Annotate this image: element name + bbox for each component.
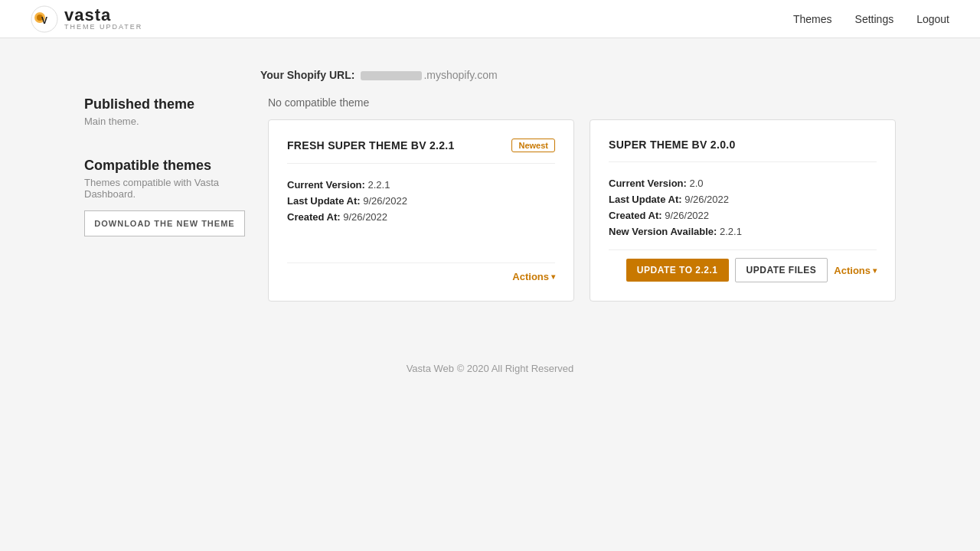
theme-card-fresh-header: FRESH SUPER THEME BV 2.2.1 Newest xyxy=(287,139,555,164)
detail-super-last-update: Last Update At: 9/26/2022 xyxy=(609,194,877,205)
update-files-button[interactable]: UPDATE FILES xyxy=(735,258,828,282)
nav-logout[interactable]: Logout xyxy=(916,13,949,25)
themes-area: No compatible theme FRESH SUPER THEME BV… xyxy=(268,96,896,302)
published-section: Published theme Main theme. xyxy=(84,96,245,127)
super-actions-chevron-icon: ▾ xyxy=(873,266,877,275)
logo: V vasta THEME UPDATER xyxy=(31,5,142,33)
fresh-actions-button[interactable]: Actions ▾ xyxy=(512,271,555,282)
detail-super-current-version: Current Version: 2.0 xyxy=(609,178,877,189)
theme-super-name: SUPER THEME BV 2.0.0 xyxy=(609,139,736,151)
sidebar: Published theme Main theme. Compatible t… xyxy=(84,96,245,302)
theme-card-fresh: FRESH SUPER THEME BV 2.2.1 Newest Curren… xyxy=(268,119,574,302)
footer: Vasta Web © 2020 All Right Reserved xyxy=(0,332,980,390)
shopify-url-label: Your Shopify URL: xyxy=(260,69,354,81)
theme-card-super-header: SUPER THEME BV 2.0.0 xyxy=(609,139,877,162)
no-compatible-text: No compatible theme xyxy=(268,96,369,109)
main-nav: Themes Settings Logout xyxy=(793,13,949,25)
compatible-section: Compatible themes Themes compatible with… xyxy=(84,158,245,236)
no-compatible-row: No compatible theme xyxy=(268,96,896,109)
theme-super-footer: UPDATE TO 2.2.1 UPDATE FILES Actions ▾ xyxy=(609,249,877,282)
theme-fresh-name: FRESH SUPER THEME BV 2.2.1 xyxy=(287,139,455,152)
svg-text:V: V xyxy=(41,15,47,26)
detail-super-created: Created At: 9/26/2022 xyxy=(609,210,877,221)
main-content: Your Shopify URL: .myshopify.com Publish… xyxy=(69,38,911,332)
footer-text: Vasta Web © 2020 All Right Reserved xyxy=(407,363,574,374)
shopify-url-row: Your Shopify URL: .myshopify.com xyxy=(260,69,896,81)
newest-badge: Newest xyxy=(511,139,555,152)
detail-super-new-version: New Version Available: 2.2.1 xyxy=(609,226,877,237)
theme-fresh-footer: Actions ▾ xyxy=(287,262,555,282)
theme-card-super: SUPER THEME BV 2.0.0 Current Version: 2.… xyxy=(590,119,896,302)
nav-settings[interactable]: Settings xyxy=(855,13,894,25)
shopify-url-value: .myshopify.com xyxy=(361,69,497,81)
header: V vasta THEME UPDATER Themes Settings Lo… xyxy=(0,0,980,38)
super-actions-button[interactable]: Actions ▾ xyxy=(834,265,877,276)
published-title: Published theme xyxy=(84,96,245,112)
theme-super-details: Current Version: 2.0 Last Update At: 9/2… xyxy=(609,178,877,237)
detail-last-update: Last Update At: 9/26/2022 xyxy=(287,195,555,207)
shopify-url-suffix: .myshopify.com xyxy=(423,69,497,81)
super-actions-label: Actions xyxy=(834,265,871,276)
download-new-theme-button[interactable]: DOWNLOAD THE NEW THEME xyxy=(84,210,245,236)
fresh-actions-chevron-icon: ▾ xyxy=(551,272,555,281)
logo-sub: THEME UPDATER xyxy=(64,24,142,31)
compatible-title: Compatible themes xyxy=(84,158,245,174)
detail-current-version: Current Version: 2.2.1 xyxy=(287,179,555,191)
themes-grid: FRESH SUPER THEME BV 2.2.1 Newest Curren… xyxy=(268,119,896,302)
logo-name: vasta xyxy=(64,7,142,24)
update-to-221-button[interactable]: UPDATE TO 2.2.1 xyxy=(626,259,729,282)
theme-fresh-details: Current Version: 2.2.1 Last Update At: 9… xyxy=(287,179,555,223)
published-sub: Main theme. xyxy=(84,116,245,127)
content-row: Published theme Main theme. Compatible t… xyxy=(84,96,896,302)
shopify-url-blurred xyxy=(361,71,422,80)
vasta-logo-icon: V xyxy=(31,5,58,33)
nav-themes[interactable]: Themes xyxy=(793,13,832,25)
fresh-actions-label: Actions xyxy=(512,271,549,282)
compatible-sub: Themes compatible with Vasta Dashboard. xyxy=(84,177,245,200)
logo-text: vasta THEME UPDATER xyxy=(64,7,142,31)
detail-created: Created At: 9/26/2022 xyxy=(287,211,555,223)
